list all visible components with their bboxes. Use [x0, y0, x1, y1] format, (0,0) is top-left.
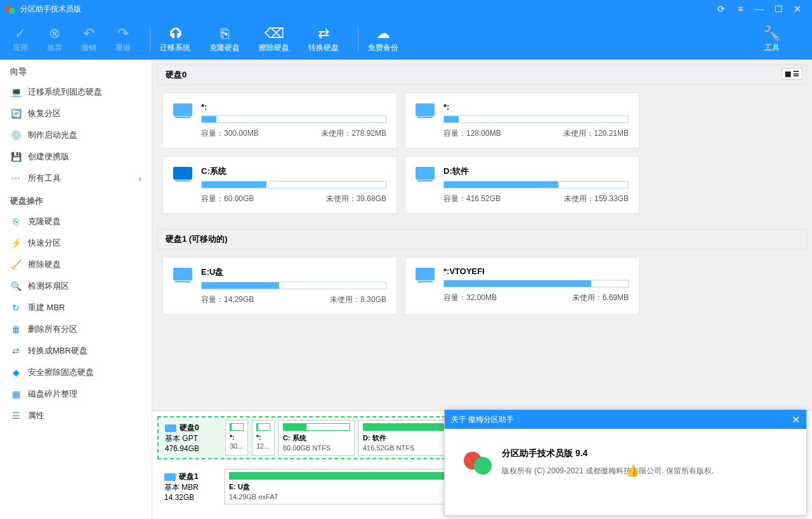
drive-icon — [416, 103, 435, 116]
sidebar-item[interactable]: 💻迁移系统到固态硬盘 — [0, 81, 152, 103]
disk-header: 硬盘0▦ ☰ — [157, 65, 807, 85]
partition-name: C:系统 — [201, 166, 386, 177]
app-title: 分区助手技术员版 — [20, 4, 81, 15]
capacity-label: 容量：416.52GB — [443, 194, 501, 204]
sidebar-item[interactable]: ▦磁盘碎片整理 — [0, 383, 152, 405]
free-label: 未使用：159.33GB — [564, 194, 629, 204]
partition-cell-size: 12... — [256, 442, 270, 450]
capacity-label: 容量：300.00MB — [201, 128, 259, 139]
migrate-button[interactable]: ⮉迁移系统 — [160, 25, 190, 53]
partition-card[interactable]: D:软件 容量：416.52GB未使用：159.33GB — [405, 156, 639, 214]
sidebar-item[interactable]: ◆安全擦除固态硬盘 — [0, 362, 152, 383]
redo-button[interactable]: ↷重做 — [115, 25, 131, 53]
sidebar-icon: 🧹 — [10, 260, 22, 270]
disk-header: 硬盘1 (可移动的) — [157, 229, 807, 249]
maximize-button[interactable]: ☐ — [769, 4, 788, 14]
sidebar-icon: ⎘ — [10, 216, 22, 227]
drive-icon — [416, 268, 435, 280]
app-logo-icon — [5, 4, 15, 14]
partition-name: *: — [443, 102, 629, 112]
sidebar-icon: 🔍 — [10, 281, 22, 291]
sidebar-item[interactable]: ⚡快速分区 — [0, 232, 152, 254]
sidebar-item[interactable]: 💿制作启动光盘 — [0, 124, 152, 146]
close-button[interactable]: ✕ — [788, 4, 807, 14]
partition-name: *:VTOYEFI — [443, 266, 629, 276]
refresh-icon[interactable]: ⟳ — [712, 4, 731, 14]
sidebar-label: 检测坏扇区 — [28, 280, 69, 292]
sidebar-label: 迁移系统到固态硬盘 — [28, 86, 102, 98]
sidebar-icon: ⋯ — [10, 173, 22, 183]
backup-button[interactable]: ☁免费备份 — [368, 25, 398, 53]
partition-cell-size: 60.00GB NTFS — [283, 444, 350, 452]
partition-card[interactable]: E:U盘 容量：14.29GB未使用：8.30GB — [162, 257, 397, 315]
sidebar-item[interactable]: 💾创建便携版 — [0, 146, 152, 168]
free-label: 未使用：39.68GB — [326, 194, 386, 204]
toolbar: ✓应用 ⊗放弃 ↶撤销 ↷重做 ⮉迁移系统 ⎘克隆硬盘 ⌫擦除硬盘 ⇄转换硬盘 … — [0, 18, 812, 60]
sidebar-icon: ↻ — [10, 303, 22, 313]
sidebar-item[interactable]: 🔄恢复分区 — [0, 103, 152, 124]
partition-cell[interactable]: *: 12... — [252, 420, 275, 456]
wipe-button[interactable]: ⌫擦除硬盘 — [259, 25, 289, 53]
usage-bar — [201, 282, 386, 289]
sidebar-label: 属性 — [28, 410, 44, 421]
partition-card[interactable]: *: 容量：128.00MB未使用：120.21MB — [405, 93, 639, 148]
sidebar-item[interactable]: ⎘克隆硬盘 — [0, 211, 152, 232]
apply-button[interactable]: ✓应用 — [13, 25, 28, 53]
partition-name: E:U盘 — [201, 266, 386, 278]
thumbs-up-icon[interactable]: 👍 — [625, 464, 639, 478]
about-copyright: 版权所有 (C) 2009-2021 成都傲梅科技有限公司. 保留所有版权. — [502, 466, 787, 476]
about-title: 关于 傲梅分区助手 — [451, 414, 514, 425]
menu-icon[interactable]: ≡ — [731, 4, 750, 14]
view-toggle[interactable]: ▦ ☰ — [782, 68, 802, 80]
sidebar-item[interactable]: ↻重建 MBR — [0, 297, 152, 319]
undo-button[interactable]: ↶撤销 — [81, 25, 96, 53]
sidebar-item[interactable]: 🗑删除所有分区 — [0, 319, 152, 340]
partition-view: 硬盘0▦ ☰ *: 容量：300.00MB未使用：278.92MB *: 容量：… — [152, 60, 812, 411]
drive-icon — [173, 268, 192, 280]
capacity-label: 容量：32.00MB — [443, 292, 497, 303]
minimize-button[interactable]: — — [750, 4, 769, 14]
sidebar-item[interactable]: ⋯所有工具› — [0, 168, 152, 189]
sidebar-item[interactable]: ☰属性 — [0, 405, 152, 426]
disk-icon — [164, 473, 176, 481]
sidebar-item[interactable]: 🧹擦除硬盘 — [0, 254, 152, 275]
about-logo-icon — [464, 448, 492, 476]
sidebar-label: 快速分区 — [28, 237, 61, 249]
sidebar-icon: ◆ — [10, 367, 22, 378]
sidebar-icon: 💿 — [10, 130, 22, 140]
convert-button[interactable]: ⇄转换硬盘 — [308, 25, 339, 53]
free-label: 未使用：278.92MB — [321, 128, 386, 139]
partition-cell[interactable]: *: 30... — [225, 420, 248, 456]
free-label: 未使用：8.30GB — [330, 294, 386, 305]
clone-button[interactable]: ⎘克隆硬盘 — [209, 25, 240, 53]
partition-card[interactable]: *: 容量：300.00MB未使用：278.92MB — [162, 93, 397, 148]
sidebar-label: 重建 MBR — [28, 302, 65, 313]
partition-cell-name: *: — [230, 433, 244, 441]
sidebar-item[interactable]: 🔍检测坏扇区 — [0, 275, 152, 297]
capacity-label: 容量：14.29GB — [201, 294, 254, 305]
sidebar-label: 创建便携版 — [28, 151, 69, 162]
partition-cell-name: C: 系统 — [283, 433, 350, 443]
sidebar-label: 克隆硬盘 — [28, 216, 61, 227]
sidebar-label: 所有工具 — [28, 173, 61, 184]
capacity-label: 容量：60.00GB — [201, 194, 254, 204]
sidebar-label: 磁盘碎片整理 — [28, 388, 77, 400]
sidebar-icon: 🔄 — [10, 108, 22, 119]
sidebar-icon: ⇄ — [10, 346, 22, 356]
sidebar-label: 删除所有分区 — [28, 324, 77, 335]
partition-cell[interactable]: C: 系统 60.00GB NTFS — [278, 420, 355, 456]
sidebar-item[interactable]: ⇄转换成MBR硬盘 — [0, 340, 152, 362]
disk-info: 硬盘1 基本 MBR14.32GB — [160, 469, 221, 504]
tools-button[interactable]: 🔧工具 — [763, 25, 780, 53]
about-close-button[interactable]: ✕ — [792, 414, 800, 426]
free-label: 未使用：120.21MB — [563, 128, 629, 139]
partition-card[interactable]: C:系统 容量：60.00GB未使用：39.68GB — [162, 156, 397, 214]
discard-button[interactable]: ⊗放弃 — [47, 25, 62, 53]
sidebar-label: 制作启动光盘 — [28, 129, 77, 141]
capacity-label: 容量：128.00MB — [443, 128, 501, 139]
disk-icon — [165, 424, 176, 432]
partition-card[interactable]: *:VTOYEFI 容量：32.00MB未使用：6.69MB — [405, 257, 639, 315]
wizard-header: 向导 — [0, 60, 152, 81]
sidebar-label: 擦除硬盘 — [28, 259, 61, 270]
usage-bar — [201, 115, 386, 123]
